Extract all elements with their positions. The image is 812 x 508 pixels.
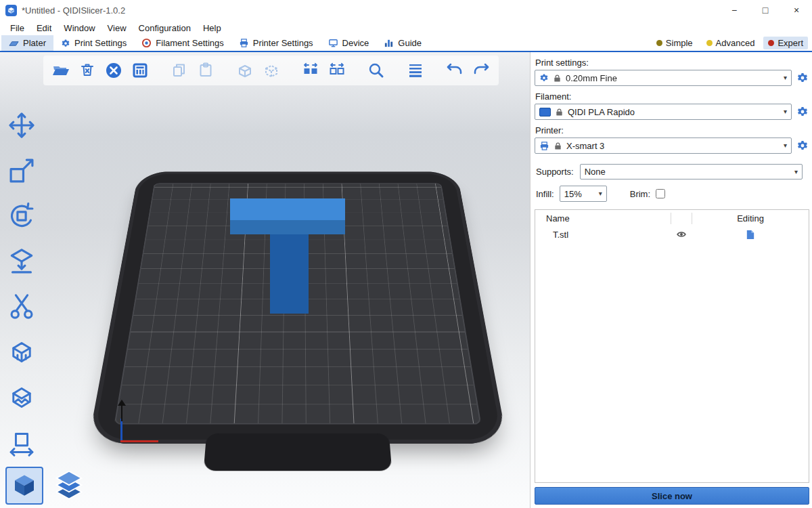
minimize-button[interactable]: − [719,0,750,20]
brim-checkbox[interactable] [656,189,665,198]
print-profile-icon [539,73,549,83]
lock-icon [554,142,562,150]
infill-label: Infill: [536,189,554,199]
z-axis-arrowhead-icon [118,400,126,406]
place-on-face-icon[interactable] [4,244,39,279]
object-name: T.stl [535,230,671,240]
chevron-down-icon: ▾ [599,190,602,197]
filament-combo[interactable]: QIDI PLA Rapido ▾ [535,104,792,120]
expert-mode-dot-icon [768,40,774,46]
redo-icon[interactable] [470,60,492,81]
delete-all-icon[interactable] [103,60,125,81]
view-3d-button[interactable] [5,467,43,505]
guide-icon [384,38,394,48]
delete-icon[interactable] [76,60,98,81]
object-row[interactable]: T.stl [535,226,809,242]
chevron-down-icon: ▾ [784,108,787,115]
tab-bar: Plater Print Settings Filament Settings … [0,35,812,52]
print-settings-gear-button[interactable] [796,71,809,85]
filament-label: Filament: [535,91,811,102]
top-toolbar [43,56,499,85]
menu-window[interactable]: Window [58,22,101,35]
filament-settings-icon [141,38,152,48]
plater-icon [9,38,19,48]
printer-label: Printer: [535,125,811,135]
split-to-parts-icon[interactable] [326,60,348,81]
mode-expert[interactable]: Expert [763,37,808,49]
mode-advanced[interactable]: Advanced [702,37,760,49]
cut-icon[interactable] [4,289,39,324]
view-toggle-bar [5,467,88,505]
z-axis-icon [120,419,122,442]
menu-edit[interactable]: Edit [30,22,58,35]
name-column-header: Name [535,213,671,224]
printer-gear-button[interactable] [796,139,809,152]
paste-icon[interactable] [195,60,217,81]
object-list-header: Name Editing [535,210,809,226]
chevron-down-icon: ▾ [784,74,787,81]
seam-painting-icon[interactable] [4,380,39,415]
menu-help[interactable]: Help [197,22,227,35]
arrange-icon[interactable] [129,60,151,81]
chevron-down-icon: ▾ [794,168,798,175]
z-axis-arrow-icon [121,405,122,421]
move-icon[interactable] [4,108,39,143]
menu-configuration[interactable]: Configuration [133,22,197,35]
visibility-eye-icon[interactable] [671,229,692,240]
menu-view[interactable]: View [102,22,133,35]
maximize-button[interactable]: □ [750,0,781,20]
search-icon[interactable] [365,60,387,81]
copy-icon[interactable] [168,60,190,81]
printer-combo[interactable]: X-smart 3 ▾ [535,137,792,154]
scale-icon[interactable] [4,153,39,188]
model-t-stem[interactable] [270,234,309,314]
close-button[interactable]: × [781,0,812,20]
menu-bar: File Edit Window View Configuration Help [0,20,812,35]
supports-combo[interactable]: None ▾ [580,164,803,179]
tab-filament-settings[interactable]: Filament Settings [134,35,231,51]
bed-front-handle [204,433,392,471]
lock-icon [555,108,564,117]
advanced-mode-dot-icon [706,40,713,46]
slice-now-button[interactable]: Slice now [535,487,809,505]
print-settings-label: Print settings: [535,58,811,68]
object-editing-icon[interactable] [692,229,809,240]
model-t-top-face[interactable] [230,198,345,220]
title-bar: *Untitled - QIDISlicer-1.0.2 − □ × [0,0,812,20]
undo-icon[interactable] [444,60,466,81]
3d-viewport[interactable] [0,52,530,508]
open-project-icon[interactable] [50,60,72,81]
split-to-objects-icon[interactable] [300,60,321,81]
infill-combo[interactable]: 15% ▾ [560,186,607,202]
x-axis-icon [120,440,158,442]
mode-selector: Simple Advanced Expert [652,35,812,51]
variable-layer-height-icon[interactable] [405,60,426,81]
object-list: Name Editing T.stl [535,209,809,483]
supports-label: Supports: [536,167,574,177]
filament-gear-button[interactable] [796,105,809,119]
app-logo-icon [5,5,17,16]
editing-column-header: Editing [692,213,809,224]
measure-icon[interactable] [4,425,39,461]
menu-file[interactable]: File [4,22,30,35]
tab-print-settings[interactable]: Print Settings [53,35,134,51]
tab-plater[interactable]: Plater [1,35,53,51]
printer-settings-icon [239,38,249,48]
lock-icon [553,74,562,83]
rotate-icon[interactable] [4,198,39,234]
remove-instance-icon[interactable] [261,60,282,81]
add-instance-icon[interactable] [234,60,256,81]
model-t-bar-front[interactable] [230,220,345,234]
3d-editor-view-icon [10,471,39,500]
print-settings-combo[interactable]: 0.20mm Fine ▾ [535,70,792,86]
brim-label: Brim: [630,189,650,199]
print-settings-icon [61,39,70,48]
left-toolbar [4,108,39,461]
mode-simple[interactable]: Simple [652,37,698,49]
simple-mode-dot-icon [656,40,662,46]
tab-printer-settings[interactable]: Printer Settings [231,35,321,51]
paint-supports-icon[interactable] [4,335,39,370]
view-preview-button[interactable] [50,467,88,505]
tab-device[interactable]: Device [321,35,377,51]
tab-guide[interactable]: Guide [376,35,429,51]
